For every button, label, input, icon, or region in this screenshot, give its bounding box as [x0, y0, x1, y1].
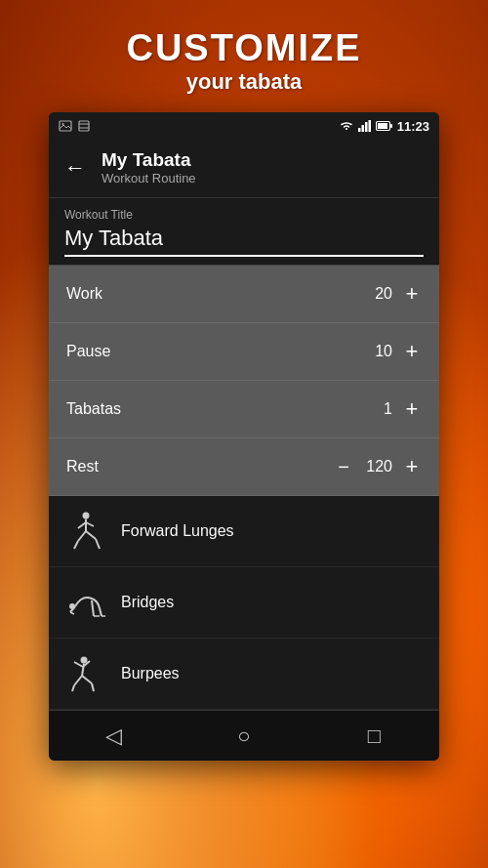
wifi-icon: [339, 120, 354, 132]
svg-rect-10: [390, 124, 392, 128]
svg-line-29: [74, 662, 83, 667]
svg-line-32: [72, 685, 74, 691]
nav-bar: ◁ ○ □: [49, 710, 439, 761]
app-header: ← My Tabata Workout Routine: [49, 140, 439, 198]
svg-line-14: [78, 522, 86, 528]
setting-label-work: Work: [66, 285, 102, 303]
settings-section: Work 20 + Pause 10 + Tabatas 1 + Rest: [49, 266, 439, 496]
exercise-name-burpees: Burpees: [121, 665, 180, 682]
nav-back-button[interactable]: ◁: [85, 717, 143, 756]
svg-rect-11: [378, 123, 387, 129]
hero-section: CUSTOMIZE your tabata: [0, 0, 488, 112]
time-display: 11:23: [397, 119, 429, 134]
svg-line-18: [78, 531, 86, 541]
setting-label-rest: Rest: [66, 458, 99, 475]
signal-icon: [358, 120, 372, 132]
svg-rect-5: [358, 128, 361, 132]
phone-frame: 11:23 ← My Tabata Workout Routine Workou…: [49, 112, 439, 761]
exercise-icon-lunges: [64, 510, 107, 553]
status-right-icons: 11:23: [339, 119, 429, 134]
svg-line-15: [86, 522, 94, 526]
header-subtitle: Workout Routine: [102, 171, 196, 186]
nav-home-button[interactable]: ○: [215, 717, 273, 756]
settings-small-icon: [78, 120, 90, 132]
setting-minus-rest[interactable]: −: [334, 456, 353, 478]
header-titles: My Tabata Workout Routine: [102, 149, 196, 186]
burpees-figure: [64, 652, 107, 695]
setting-value-rest: 120: [363, 458, 392, 475]
exercise-icon-bridges: [64, 581, 107, 624]
setting-plus-pause[interactable]: +: [402, 339, 422, 364]
setting-row-work: Work 20 +: [49, 266, 439, 323]
header-title: My Tabata: [102, 149, 196, 171]
bridges-figure: [64, 581, 107, 624]
workout-title-input[interactable]: [64, 226, 424, 257]
svg-line-16: [86, 531, 96, 539]
exercise-section: Forward Lunges: [49, 496, 439, 710]
image-icon: [59, 120, 72, 132]
exercise-name-bridges: Bridges: [121, 594, 174, 611]
svg-point-12: [83, 513, 90, 519]
exercise-icon-burpees: [64, 652, 107, 695]
svg-line-34: [92, 683, 94, 691]
hero-title: CUSTOMIZE: [0, 27, 488, 69]
setting-controls-work: 20 +: [363, 281, 422, 307]
back-button[interactable]: ←: [64, 155, 86, 181]
title-section: Workout Title: [49, 198, 439, 266]
svg-line-22: [100, 608, 102, 616]
svg-point-27: [81, 657, 88, 664]
setting-value-work: 20: [363, 285, 392, 303]
exercise-row-bridges[interactable]: Bridges: [49, 567, 439, 639]
lunges-figure: [64, 510, 107, 553]
svg-line-23: [92, 600, 94, 616]
setting-row-tabatas: Tabatas 1 +: [49, 381, 439, 438]
nav-recent-button[interactable]: □: [345, 717, 403, 756]
svg-rect-0: [60, 121, 71, 131]
svg-line-31: [74, 676, 82, 685]
setting-row-pause: Pause 10 +: [49, 323, 439, 381]
setting-value-pause: 10: [363, 343, 392, 360]
exercise-row-burpees[interactable]: Burpees: [49, 639, 439, 710]
hero-subtitle: your tabata: [0, 69, 488, 95]
svg-line-17: [96, 539, 100, 549]
setting-controls-pause: 10 +: [363, 339, 422, 364]
setting-plus-rest[interactable]: +: [402, 454, 422, 479]
exercise-row-lunges[interactable]: Forward Lunges: [49, 496, 439, 567]
input-label: Workout Title: [64, 208, 424, 222]
svg-line-24: [70, 612, 74, 614]
exercise-name-lunges: Forward Lunges: [121, 522, 234, 540]
setting-label-pause: Pause: [66, 343, 110, 360]
svg-rect-6: [361, 125, 364, 132]
setting-plus-work[interactable]: +: [402, 281, 422, 307]
svg-line-19: [74, 541, 78, 549]
setting-plus-tabatas[interactable]: +: [402, 396, 422, 422]
setting-controls-tabatas: 1 +: [363, 396, 422, 422]
svg-rect-8: [368, 120, 371, 132]
setting-value-tabatas: 1: [363, 400, 392, 418]
svg-rect-7: [365, 122, 368, 132]
status-left-icons: [59, 120, 90, 132]
setting-label-tabatas: Tabatas: [66, 400, 121, 418]
svg-line-33: [82, 676, 92, 683]
status-bar: 11:23: [49, 112, 439, 140]
setting-row-rest: Rest − 120 +: [49, 438, 439, 496]
battery-icon: [376, 120, 393, 132]
svg-rect-2: [79, 121, 89, 131]
setting-controls-rest: − 120 +: [334, 454, 422, 479]
